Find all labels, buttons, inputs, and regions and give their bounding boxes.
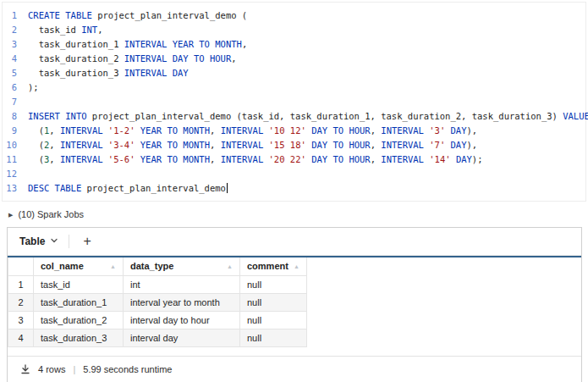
cell-col_name: task_duration_1 bbox=[34, 293, 124, 311]
sort-icon[interactable]: ▲ bbox=[294, 263, 299, 269]
table-row[interactable]: 4task_duration_3interval daynull bbox=[8, 329, 307, 346]
line-number: 5 bbox=[3, 66, 28, 80]
column-label: comment bbox=[247, 261, 289, 271]
code-text: CREATE TABLE project_plan_interval_demo … bbox=[28, 8, 247, 23]
line-number: 7 bbox=[3, 95, 28, 109]
column-label: data_type bbox=[130, 261, 173, 271]
code-text: (2, INTERVAL '3-4' YEAR TO MONTH, INTERV… bbox=[28, 138, 477, 152]
line-number: 12 bbox=[3, 167, 28, 181]
code-text: task_duration_1 INTERVAL YEAR TO MONTH, bbox=[28, 37, 247, 52]
add-visualization-button[interactable]: + bbox=[80, 235, 94, 248]
code-line[interactable]: 10 (2, INTERVAL '3-4' YEAR TO MONTH, INT… bbox=[3, 138, 582, 152]
results-table-body: 1task_idintnull2task_duration_1interval … bbox=[8, 275, 307, 346]
cell-data_type: interval year to month bbox=[124, 293, 240, 311]
cell-comment: null bbox=[240, 311, 307, 329]
code-line[interactable]: 8INSERT INTO project_plan_interval_demo … bbox=[3, 109, 582, 124]
chevron-down-icon bbox=[50, 235, 58, 247]
tab-table-label: Table bbox=[19, 235, 45, 247]
line-number: 3 bbox=[3, 37, 28, 52]
runtime-label: 5.99 seconds runtime bbox=[83, 364, 172, 374]
results-panel: Table + col_name ▲ bbox=[7, 227, 582, 382]
code-lines: 1CREATE TABLE project_plan_interval_demo… bbox=[3, 8, 582, 196]
code-line[interactable]: 11 (3, INTERVAL '5-6' YEAR TO MONTH, INT… bbox=[3, 152, 582, 167]
table-row[interactable]: 1task_idintnull bbox=[8, 275, 307, 293]
tab-divider bbox=[69, 235, 69, 248]
code-line[interactable]: 4 task_duration_2 INTERVAL DAY TO HOUR, bbox=[3, 52, 582, 66]
sort-icon[interactable]: ▲ bbox=[227, 263, 233, 269]
column-header-col-name[interactable]: col_name ▲ bbox=[34, 257, 124, 275]
code-text: ); bbox=[28, 80, 39, 95]
notebook-cell: 1CREATE TABLE project_plan_interval_demo… bbox=[0, 2, 588, 382]
table-row[interactable]: 3task_duration_2interval day to hournull bbox=[8, 311, 307, 329]
line-number: 11 bbox=[3, 152, 28, 167]
code-text: DESC TABLE project_plan_interval_demo bbox=[28, 181, 228, 196]
code-text: (1, INTERVAL '1-2' YEAR TO MONTH, INTERV… bbox=[28, 124, 477, 138]
cell-comment: null bbox=[240, 275, 307, 293]
table-header-row: col_name ▲ data_type ▲ c bbox=[8, 257, 307, 275]
code-line[interactable]: 7 bbox=[3, 95, 582, 109]
sort-icon[interactable]: ▲ bbox=[110, 263, 116, 269]
line-number: 9 bbox=[3, 124, 28, 138]
cell-comment: null bbox=[240, 329, 307, 346]
code-line[interactable]: 1CREATE TABLE project_plan_interval_demo… bbox=[3, 8, 582, 23]
line-number: 10 bbox=[3, 138, 28, 152]
code-text: task_duration_3 INTERVAL DAY bbox=[28, 66, 189, 80]
cell-data_type: interval day to hour bbox=[124, 311, 240, 329]
code-line[interactable]: 3 task_duration_1 INTERVAL YEAR TO MONTH… bbox=[3, 37, 582, 52]
code-line[interactable]: 6); bbox=[3, 80, 582, 95]
code-text: task_duration_2 INTERVAL DAY TO HOUR, bbox=[28, 52, 237, 66]
cell-col_name: task_id bbox=[34, 275, 124, 293]
footer-divider: | bbox=[73, 364, 75, 374]
line-number: 8 bbox=[3, 109, 28, 124]
row-number: 3 bbox=[8, 311, 34, 329]
results-footer: 4 rows | 5.99 seconds runtime bbox=[8, 356, 581, 382]
line-number: 2 bbox=[3, 23, 28, 37]
column-header-data-type[interactable]: data_type ▲ bbox=[124, 257, 240, 275]
code-line[interactable]: 12 bbox=[3, 167, 582, 181]
cell-data_type: interval day bbox=[124, 329, 240, 346]
corner-header[interactable] bbox=[8, 257, 34, 275]
line-number: 13 bbox=[3, 181, 28, 196]
cell-data_type: int bbox=[124, 275, 240, 293]
cell-col_name: task_duration_2 bbox=[34, 311, 124, 329]
code-text: INSERT INTO project_plan_interval_demo (… bbox=[28, 109, 588, 124]
expand-arrow-icon: ▶ bbox=[8, 212, 13, 218]
row-number: 1 bbox=[8, 275, 34, 293]
code-text: (3, INTERVAL '5-6' YEAR TO MONTH, INTERV… bbox=[28, 152, 483, 167]
code-line[interactable]: 9 (1, INTERVAL '1-2' YEAR TO MONTH, INTE… bbox=[3, 124, 582, 138]
row-number: 4 bbox=[8, 329, 34, 346]
table-row[interactable]: 2task_duration_1interval year to monthnu… bbox=[8, 293, 307, 311]
results-grid: col_name ▲ data_type ▲ c bbox=[8, 256, 581, 347]
code-line[interactable]: 13DESC TABLE project_plan_interval_demo bbox=[3, 181, 582, 196]
code-text: task_id INT, bbox=[28, 23, 103, 37]
results-tabbar: Table + bbox=[8, 228, 581, 256]
column-header-comment[interactable]: comment ▲ bbox=[240, 257, 307, 275]
results-table: col_name ▲ data_type ▲ c bbox=[8, 257, 307, 347]
spark-jobs-toggle[interactable]: ▶ (10) Spark Jobs bbox=[0, 202, 588, 227]
line-number: 4 bbox=[3, 52, 28, 66]
column-label: col_name bbox=[41, 261, 84, 271]
spark-jobs-label: (10) Spark Jobs bbox=[18, 209, 84, 219]
code-line[interactable]: 2 task_id INT, bbox=[3, 23, 582, 37]
cell-comment: null bbox=[240, 293, 307, 311]
row-number: 2 bbox=[8, 293, 34, 311]
download-icon[interactable] bbox=[20, 364, 30, 374]
row-count: 4 rows bbox=[38, 364, 65, 374]
line-number: 1 bbox=[3, 8, 28, 23]
text-cursor bbox=[227, 183, 228, 193]
code-line[interactable]: 5 task_duration_3 INTERVAL DAY bbox=[3, 66, 582, 80]
sql-editor[interactable]: 1CREATE TABLE project_plan_interval_demo… bbox=[2, 2, 586, 202]
tab-table[interactable]: Table bbox=[19, 235, 58, 247]
line-number: 6 bbox=[3, 80, 28, 95]
cell-col_name: task_duration_3 bbox=[34, 329, 124, 346]
